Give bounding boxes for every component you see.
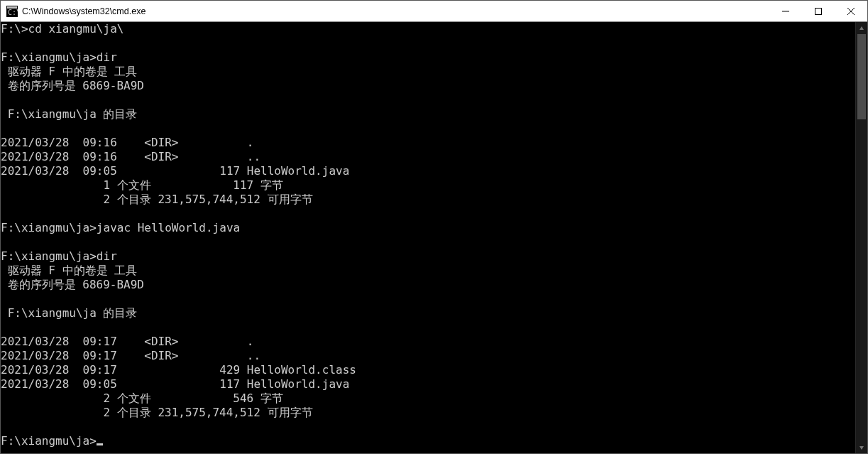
terminal-line: 驱动器 F 中的卷是 工具 bbox=[1, 65, 855, 79]
terminal-line: 卷的序列号是 6869-BA9D bbox=[1, 278, 855, 292]
cursor bbox=[97, 443, 103, 445]
window-controls bbox=[769, 1, 867, 21]
svg-rect-4 bbox=[815, 9, 822, 15]
terminal-line: 2021/03/28 09:05 117 HelloWorld.java bbox=[1, 164, 855, 178]
terminal-line: 2 个目录 231,575,744,512 可用字节 bbox=[1, 193, 855, 207]
terminal-line: F:\xiangmu\ja>dir bbox=[1, 249, 855, 264]
svg-text:C:\: C:\ bbox=[8, 9, 18, 16]
terminal-line bbox=[1, 36, 855, 50]
scroll-up-button[interactable] bbox=[856, 22, 867, 34]
client-area: F:\>cd xiangmu\ja\F:\xiangmu\ja>dir 驱动器 … bbox=[1, 22, 867, 453]
terminal-line bbox=[1, 207, 855, 221]
terminal-line: 1 个文件 117 字节 bbox=[1, 178, 855, 193]
terminal-line: 2021/03/28 09:17 429 HelloWorld.class bbox=[1, 363, 855, 377]
terminal-line: 2 个目录 231,575,744,512 可用字节 bbox=[1, 406, 855, 420]
terminal-line bbox=[1, 292, 855, 306]
window-titlebar[interactable]: C:\ C:\Windows\system32\cmd.exe bbox=[1, 1, 867, 22]
terminal-line: 卷的序列号是 6869-BA9D bbox=[1, 79, 855, 93]
terminal-line: F:\xiangmu\ja 的目录 bbox=[1, 107, 855, 121]
terminal-output[interactable]: F:\>cd xiangmu\ja\F:\xiangmu\ja>dir 驱动器 … bbox=[1, 22, 855, 453]
terminal-line: F:\xiangmu\ja>dir bbox=[1, 50, 855, 65]
terminal-line: F:\>cd xiangmu\ja\ bbox=[1, 22, 855, 36]
close-button[interactable] bbox=[835, 1, 867, 22]
svg-marker-7 bbox=[859, 26, 864, 30]
terminal-line: 2021/03/28 09:16 <DIR> .. bbox=[1, 150, 855, 164]
scroll-down-button[interactable] bbox=[856, 441, 867, 453]
terminal-line: 2021/03/28 09:16 <DIR> . bbox=[1, 136, 855, 150]
svg-marker-8 bbox=[859, 446, 864, 450]
terminal-line: F:\xiangmu\ja>javac HelloWorld.java bbox=[1, 221, 855, 235]
terminal-line: 2 个文件 546 字节 bbox=[1, 391, 855, 406]
maximize-button[interactable] bbox=[802, 1, 835, 22]
terminal-line: F:\xiangmu\ja 的目录 bbox=[1, 306, 855, 320]
terminal-line: 驱动器 F 中的卷是 工具 bbox=[1, 264, 855, 278]
minimize-button[interactable] bbox=[769, 1, 802, 22]
scroll-track[interactable] bbox=[856, 34, 867, 441]
scroll-thumb[interactable] bbox=[857, 34, 866, 119]
cmd-icon: C:\ bbox=[6, 6, 18, 17]
terminal-line bbox=[1, 420, 855, 434]
cmd-window: C:\ C:\Windows\system32\cmd.exe F:\>cd x… bbox=[0, 0, 868, 454]
vertical-scrollbar[interactable] bbox=[855, 22, 867, 453]
terminal-line: 2021/03/28 09:17 <DIR> . bbox=[1, 335, 855, 349]
terminal-line bbox=[1, 121, 855, 136]
terminal-line bbox=[1, 320, 855, 335]
terminal-line: F:\xiangmu\ja> bbox=[1, 434, 855, 448]
terminal-line bbox=[1, 93, 855, 107]
terminal-line: 2021/03/28 09:17 <DIR> .. bbox=[1, 349, 855, 363]
terminal-line bbox=[1, 235, 855, 249]
window-title: C:\Windows\system32\cmd.exe bbox=[22, 1, 769, 22]
terminal-line: 2021/03/28 09:05 117 HelloWorld.java bbox=[1, 377, 855, 391]
